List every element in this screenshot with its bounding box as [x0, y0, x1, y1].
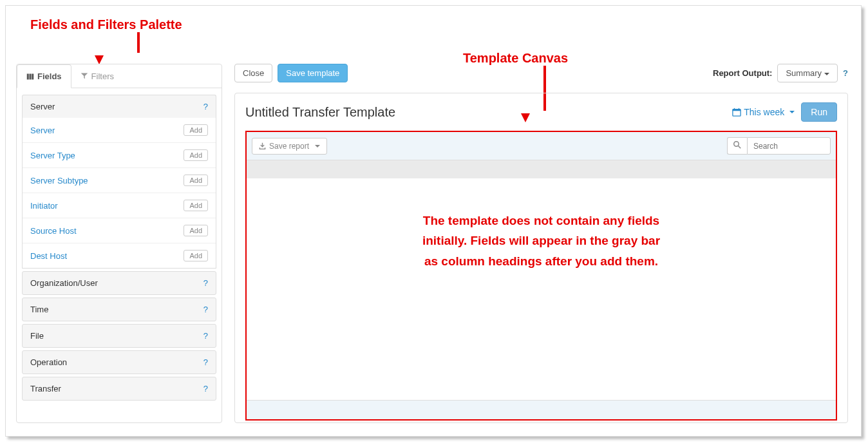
field-link[interactable]: Server	[30, 126, 55, 135]
add-field-button[interactable]: Add	[184, 149, 208, 161]
run-button[interactable]: Run	[801, 102, 837, 122]
field-row: Source Host Add	[23, 218, 216, 243]
group-header-organization-user[interactable]: Organization/User ?	[22, 271, 216, 295]
annotation-empty-note: The template does not contain any fields…	[247, 178, 836, 271]
tab-fields[interactable]: Fields	[17, 64, 71, 88]
help-icon[interactable]: ?	[843, 68, 848, 78]
date-range-picker[interactable]: This week	[732, 107, 795, 117]
group-body-server: Server Add Server Type Add Server Subtyp…	[22, 118, 216, 269]
close-button[interactable]: Close	[234, 64, 272, 82]
field-groups-accordion[interactable]: Server ? Server Add Server Type Add Serv…	[22, 95, 216, 423]
calendar-icon	[732, 108, 741, 117]
group-label: Server	[30, 102, 55, 111]
annotation-palette-label: Fields and Filters Palette	[30, 17, 182, 64]
field-link[interactable]: Dest Host	[30, 251, 67, 261]
canvas-footer-bar	[247, 400, 836, 419]
field-row: Server Add	[23, 118, 216, 143]
column-headings-bar	[247, 160, 836, 178]
help-icon[interactable]: ?	[203, 357, 208, 367]
group-header-operation[interactable]: Operation ?	[22, 350, 216, 374]
tab-fields-label: Fields	[37, 71, 62, 81]
help-icon[interactable]: ?	[203, 384, 208, 393]
download-icon	[259, 142, 266, 149]
canvas-body: Save report The template does not contai…	[245, 131, 837, 421]
template-title[interactable]: Untitled Transfer Template	[245, 105, 732, 120]
group-header-file[interactable]: File ?	[22, 324, 216, 348]
add-field-button[interactable]: Add	[184, 250, 208, 261]
help-icon[interactable]: ?	[203, 331, 208, 341]
columns-icon	[26, 73, 34, 80]
group-label: Transfer	[30, 384, 61, 393]
help-icon[interactable]: ?	[203, 102, 208, 111]
group-label: Organization/User	[30, 278, 98, 288]
group-label: File	[30, 331, 44, 341]
palette-tabs: Fields Filters	[17, 64, 222, 88]
field-link[interactable]: Initiator	[30, 201, 58, 211]
group-header-time[interactable]: Time ?	[22, 298, 216, 321]
app-frame: Fields and Filters Palette Template Canv…	[5, 5, 862, 437]
filter-icon	[80, 72, 88, 80]
fields-filters-palette: Fields Filters Server ? Server Add Serve…	[16, 64, 222, 423]
add-field-button[interactable]: Add	[184, 225, 208, 236]
field-link[interactable]: Server Type	[30, 151, 75, 160]
save-template-button[interactable]: Save template	[278, 64, 348, 82]
search-group	[727, 137, 831, 155]
svg-rect-0	[27, 73, 29, 79]
svg-point-7	[734, 142, 739, 147]
help-icon[interactable]: ?	[203, 305, 208, 314]
field-row: Initiator Add	[23, 193, 216, 218]
field-row: Server Subtype Add	[23, 168, 216, 193]
svg-rect-2	[32, 73, 33, 79]
add-field-button[interactable]: Add	[184, 200, 208, 211]
svg-line-8	[739, 146, 741, 149]
canvas-header-row: Untitled Transfer Template This week Run	[245, 102, 837, 122]
field-row: Server Type Add	[23, 143, 216, 168]
tab-filters[interactable]: Filters	[71, 64, 123, 88]
report-output-select[interactable]: Summary	[777, 64, 838, 82]
group-header-transfer[interactable]: Transfer ?	[22, 377, 216, 401]
template-canvas: Untitled Transfer Template This week Run…	[234, 93, 848, 423]
group-label: Operation	[30, 357, 67, 367]
svg-rect-4	[733, 109, 741, 111]
search-input[interactable]	[747, 137, 831, 155]
field-row: Dest Host Add	[23, 243, 216, 268]
tab-filters-label: Filters	[91, 71, 114, 81]
field-link[interactable]: Server Subtype	[30, 176, 88, 185]
search-icon[interactable]	[727, 137, 747, 155]
add-field-button[interactable]: Add	[184, 124, 208, 136]
group-header-server[interactable]: Server ?	[22, 95, 216, 118]
report-output-label: Report Output:	[713, 68, 772, 78]
svg-rect-1	[30, 73, 32, 79]
report-toolbar: Save report	[247, 132, 836, 160]
field-link[interactable]: Source Host	[30, 226, 77, 236]
canvas-toolbar: Close Save template Report Output: Summa…	[234, 64, 848, 82]
save-report-button[interactable]: Save report	[252, 138, 327, 155]
group-label: Time	[30, 305, 48, 314]
help-icon[interactable]: ?	[203, 278, 208, 288]
add-field-button[interactable]: Add	[184, 175, 208, 186]
